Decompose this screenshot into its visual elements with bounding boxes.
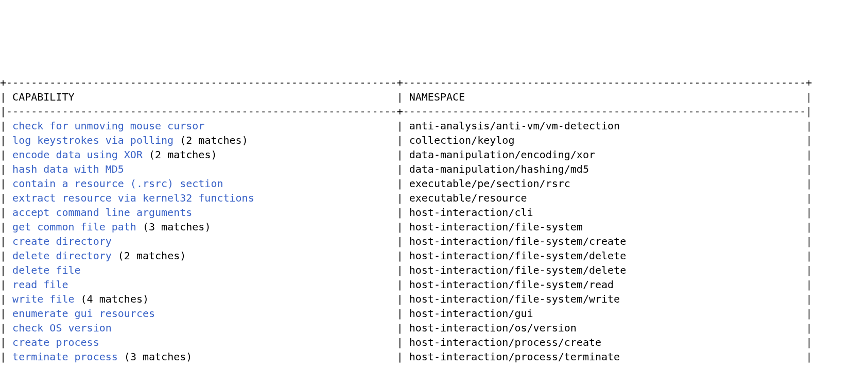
capability-link[interactable]: accept command line arguments [12,206,192,219]
namespace-text: host-interaction/gui [409,307,533,320]
namespace-text: host-interaction/file-system/write [409,293,620,305]
namespace-text: executable/pe/section/rsrc [409,177,570,190]
namespace-text: executable/resource [409,192,527,204]
table-header-separator: |---------------------------------------… [0,104,868,119]
capability-link[interactable]: log keystrokes via polling [12,134,173,146]
capability-match-count: (2 matches) [180,134,248,146]
table-row: | delete directory (2 matches) | host-in… [0,248,868,263]
table-row: | create directory | host-interaction/fi… [0,234,868,248]
table-row: | encode data using XOR (2 matches) | da… [0,147,868,162]
capability-link[interactable]: contain a resource (.rsrc) section [12,177,223,190]
capability-link[interactable]: delete directory [12,249,112,262]
table-row: | check OS version | host-interaction/os… [0,321,868,335]
namespace-text: anti-analysis/anti-vm/vm-detection [409,120,620,132]
capability-link[interactable]: extract resource via kernel32 functions [12,192,254,204]
capability-link[interactable]: create process [12,336,99,348]
capability-link[interactable]: enumerate gui resources [12,307,155,320]
namespace-text: collection/keylog [409,134,515,146]
capability-match-count: (2 matches) [149,148,217,161]
capability-link[interactable]: terminate process [12,351,118,363]
table-row: | log keystrokes via polling (2 matches)… [0,133,868,147]
capability-link[interactable]: get common file path [12,221,136,233]
capability-link[interactable]: encode data using XOR [12,148,143,161]
capability-link[interactable]: delete file [12,264,80,276]
namespace-text: host-interaction/cli [409,206,533,219]
table-row: | read file | host-interaction/file-syst… [0,277,868,292]
ascii-table: +---------------------------------------… [0,72,868,366]
table-row: | get common file path (3 matches) | hos… [0,220,868,234]
capability-link[interactable]: check OS version [12,322,112,334]
capability-match-count: (3 matches) [124,351,192,363]
table-row: | link function at runtime (2 matches) |… [0,364,868,366]
namespace-text: host-interaction/process/terminate [409,351,620,363]
capability-link[interactable]: create directory [12,235,112,247]
header-namespace: NAMESPACE [409,91,806,103]
table-row: | delete file | host-interaction/file-sy… [0,263,868,277]
capability-match-count: (3 matches) [143,221,211,233]
capability-match-count: (4 matches) [81,293,149,305]
table-row: | check for unmoving mouse cursor | anti… [0,119,868,133]
table-row: | extract resource via kernel32 function… [0,191,868,205]
namespace-text: host-interaction/file-system/delete [409,264,626,276]
table-row: | accept command line arguments | host-i… [0,205,868,220]
header-capability: CAPABILITY [12,91,397,103]
table-header-row: | CAPABILITY | NAMESPACE | [0,90,868,104]
namespace-text: host-interaction/process/create [409,336,601,348]
capability-link[interactable]: check for unmoving mouse cursor [12,120,204,132]
namespace-text: data-manipulation/encoding/xor [409,148,595,161]
namespace-text: host-interaction/file-system/read [409,278,614,291]
namespace-text: host-interaction/os/version [409,322,577,334]
namespace-text: host-interaction/file-system/create [409,235,626,247]
namespace-text: host-interaction/file-system/delete [409,249,626,262]
table-border-top: +---------------------------------------… [0,75,868,90]
namespace-text: data-manipulation/hashing/md5 [409,163,589,175]
namespace-text: host-interaction/file-system [409,221,583,233]
capability-match-count: (2 matches) [118,249,186,262]
table-row: | hash data with MD5 | data-manipulation… [0,162,868,176]
table-row: | create process | host-interaction/proc… [0,335,868,350]
capability-link[interactable]: hash data with MD5 [12,163,124,175]
table-row: | enumerate gui resources | host-interac… [0,306,868,321]
table-row: | contain a resource (.rsrc) section | e… [0,176,868,191]
capability-link[interactable]: write file [12,293,74,305]
table-row: | terminate process (3 matches) | host-i… [0,350,868,364]
table-row: | write file (4 matches) | host-interact… [0,292,868,306]
capability-link[interactable]: read file [12,278,68,291]
